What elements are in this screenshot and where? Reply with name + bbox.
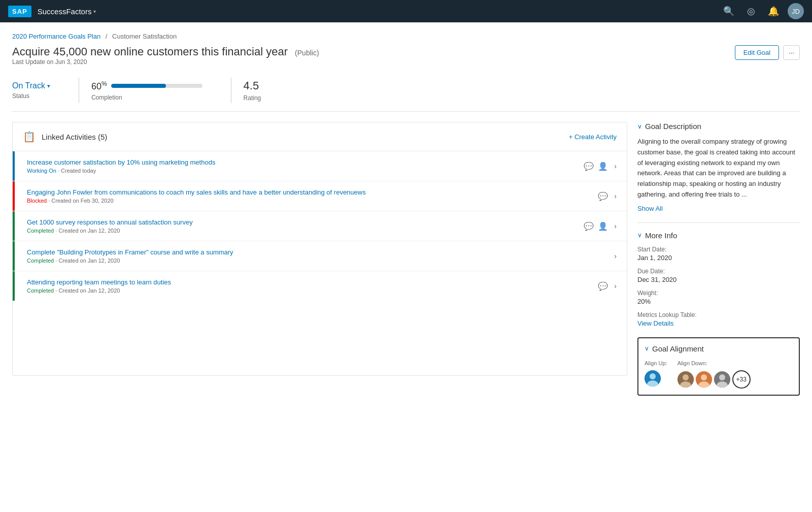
status-bar-green [13, 241, 15, 271]
goal-title-text: Acquire 45,000 new online customers this… [12, 45, 288, 58]
activity-meta-date: · Created today [58, 168, 96, 174]
activity-title-link[interactable]: Engaging John Fowler from communications… [27, 188, 592, 196]
activity-meta-date: · Created on Jan 12, 2020 [55, 228, 120, 234]
notification-icon[interactable]: 🔔 [765, 3, 782, 19]
breadcrumb-separator: / [106, 33, 108, 40]
activity-status-text: Completed [27, 228, 54, 234]
svg-point-10 [719, 374, 725, 380]
linked-activities-title-text: Linked Activities [42, 133, 96, 141]
avatar[interactable] [645, 370, 661, 387]
progress-bar [111, 84, 202, 88]
svg-point-1 [650, 373, 656, 379]
section-divider [637, 222, 800, 223]
goal-actions: Edit Goal ··· [735, 45, 800, 60]
chevron-right-icon[interactable]: › [614, 222, 617, 230]
weight-value: 20% [637, 298, 800, 305]
chat-icon[interactable]: 💬 [598, 191, 608, 201]
person-icon[interactable]: 👤 [598, 221, 608, 231]
view-details-link[interactable]: View Details [637, 319, 800, 327]
status-section: On Track ▾ Status [12, 81, 66, 100]
activity-content: Attending reporting team meetings to lea… [23, 278, 592, 294]
breadcrumb-current: Customer Satisfaction [112, 33, 177, 40]
completion-value: 60% [91, 80, 107, 92]
goal-alignment-title: Goal Alignment [652, 344, 704, 353]
align-down-avatars: +33 [678, 370, 751, 389]
align-down-label: Align Down: [678, 360, 751, 366]
svg-point-7 [701, 374, 707, 380]
create-activity-button[interactable]: + Create Activity [569, 133, 617, 141]
nav-brand[interactable]: SuccessFactors ▾ [38, 7, 96, 16]
home-icon[interactable]: ◎ [743, 3, 759, 19]
more-info-title: More Info [645, 231, 677, 240]
activity-title-link[interactable]: Complete "Building Prototypes in Framer"… [27, 248, 602, 256]
list-item: Increase customer satisfaction by 10% us… [13, 151, 627, 181]
avatar[interactable] [714, 371, 730, 388]
edit-goal-button[interactable]: Edit Goal [735, 45, 779, 60]
progress-bar-container [111, 84, 202, 88]
show-all-link[interactable]: Show All [637, 205, 663, 212]
nav-brand-chevron: ▾ [93, 9, 96, 14]
status-bar-green [13, 211, 15, 241]
completion-value-row: 60% [91, 80, 202, 92]
activity-meta-date: · Created on Feb 30, 2020 [48, 198, 113, 204]
goal-description-text: Aligning to the overall company strategy… [637, 137, 800, 200]
more-info-header[interactable]: ∨ More Info [637, 231, 800, 240]
align-down-col: Align Down: [678, 360, 751, 389]
activity-meta-date: · Created on Jan 12, 2020 [55, 287, 120, 294]
avatar[interactable]: JD [788, 3, 804, 19]
align-up-avatars [645, 370, 667, 387]
activity-content: Increase customer satisfaction by 10% us… [23, 158, 578, 174]
alignment-columns: Align Up: Align Dow [645, 360, 793, 389]
status-label: Status [12, 92, 50, 100]
nav-brand-name: SuccessFactors [38, 7, 92, 16]
person-icon[interactable]: 👤 [598, 162, 608, 171]
rating-label: Rating [244, 94, 261, 102]
activity-meta: Completed · Created on Jan 12, 2020 [27, 258, 602, 264]
chevron-down-icon: ∨ [637, 232, 642, 239]
activity-title-link[interactable]: Increase customer satisfaction by 10% us… [27, 158, 578, 166]
activity-icons: 💬 [598, 281, 608, 291]
activities-icon: 📋 [23, 131, 36, 143]
list-item: Get 1000 survey responses to annual sati… [13, 211, 627, 241]
goal-header: Acquire 45,000 new online customers this… [12, 45, 800, 75]
chevron-right-icon[interactable]: › [614, 282, 617, 290]
align-up-label: Align Up: [645, 360, 667, 366]
linked-activities-header: 📋 Linked Activities (5) + Create Activit… [13, 122, 627, 151]
goal-description-header[interactable]: ∨ Goal Description [637, 122, 800, 131]
two-col-layout: 📋 Linked Activities (5) + Create Activit… [12, 122, 800, 396]
top-navigation: SAP SuccessFactors ▾ 🔍 ◎ 🔔 JD [0, 0, 812, 22]
avatar[interactable] [696, 371, 712, 388]
chat-icon[interactable]: 💬 [584, 162, 594, 171]
rating-section: 4.5 Rating [244, 79, 278, 102]
activity-icons: 💬 [598, 191, 608, 201]
completion-label: Completion [91, 94, 202, 101]
on-track-status[interactable]: On Track ▾ [12, 81, 50, 90]
start-date-value: Jan 1, 2020 [637, 254, 800, 262]
last-update: Last Update on Jun 3, 2020 [12, 58, 319, 66]
activity-content: Engaging John Fowler from communications… [23, 188, 592, 204]
chat-icon[interactable]: 💬 [584, 221, 594, 231]
list-item: Complete "Building Prototypes in Framer"… [13, 241, 627, 271]
status-bar-blue [13, 151, 15, 181]
activity-title-link[interactable]: Get 1000 survey responses to annual sati… [27, 218, 578, 226]
breadcrumb-plan-link[interactable]: 2020 Performance Goals Plan [12, 33, 100, 40]
chevron-down-icon: ∨ [637, 123, 642, 130]
status-bar-green [13, 271, 15, 301]
list-item: Engaging John Fowler from communications… [13, 181, 627, 211]
chat-icon[interactable]: 💬 [598, 281, 608, 291]
more-options-button[interactable]: ··· [783, 45, 800, 60]
avatar[interactable] [678, 371, 694, 388]
activity-meta: Blocked · Created on Feb 30, 2020 [27, 198, 592, 204]
goal-title: Acquire 45,000 new online customers this… [12, 45, 319, 58]
linked-activities-label: Linked Activities (5) [42, 133, 107, 141]
chevron-right-icon[interactable]: › [614, 162, 617, 170]
goal-alignment-header[interactable]: ∨ Goal Alignment [645, 344, 793, 353]
search-icon[interactable]: 🔍 [721, 3, 737, 19]
activity-status-text: Completed [27, 258, 54, 264]
due-date-label: Due Date: [637, 268, 800, 275]
activity-title-link[interactable]: Attending reporting team meetings to lea… [27, 278, 592, 286]
more-count-badge[interactable]: +33 [732, 370, 751, 389]
chevron-right-icon[interactable]: › [614, 192, 617, 200]
sap-logo[interactable]: SAP [8, 6, 31, 17]
chevron-right-icon[interactable]: › [614, 252, 617, 260]
